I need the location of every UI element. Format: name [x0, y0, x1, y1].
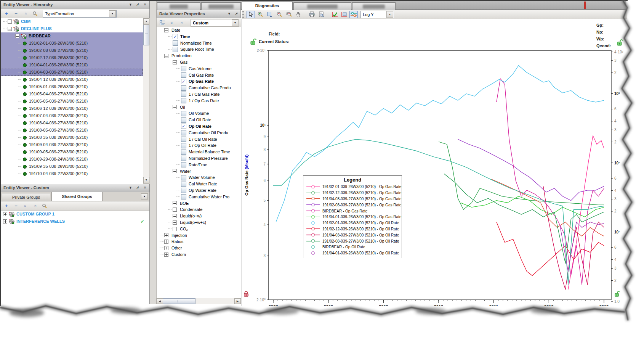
tree-well-row[interactable]: 191/05-04-039-27W3/00 (5210): [1, 90, 143, 98]
log-axis-dropdown[interactable]: Log Y▼: [360, 11, 394, 18]
dv-property-row[interactable]: Op Water Rate: [157, 187, 241, 194]
custom-group-row[interactable]: *INTERFERENCE WELLS✓: [1, 218, 149, 225]
tree-group-row[interactable]: *CBM: [1, 18, 143, 25]
collapse-icon[interactable]: [164, 28, 168, 32]
tree-well-row[interactable]: 191/08-04-039-27W3/00 (5210): [1, 119, 143, 127]
scroll-down-icon[interactable]: ▼: [143, 177, 149, 183]
checkbox-unchecked[interactable]: [181, 66, 186, 71]
tree-well-row[interactable]: 191/09-05-039-27W3/00 (5210): [1, 148, 143, 156]
collapse-icon[interactable]: [164, 54, 168, 58]
zoom-out-icon[interactable]: [275, 11, 284, 18]
layout-icon[interactable]: [158, 19, 167, 27]
scroll-left-icon[interactable]: ◀: [157, 298, 163, 304]
close-icon[interactable]: ✕: [142, 2, 148, 8]
dv-property-row[interactable]: 1 / Op Oil Rate: [157, 142, 241, 149]
tab-diagnostics[interactable]: Diagnostics: [242, 2, 293, 10]
checkbox-unchecked[interactable]: [181, 137, 186, 142]
zoom-in-icon[interactable]: [256, 11, 264, 18]
zoom-box-icon[interactable]: [266, 11, 274, 18]
search-icon[interactable]: [40, 202, 49, 210]
expand-icon[interactable]: [8, 19, 12, 24]
expand-icon[interactable]: [3, 219, 7, 224]
dv-property-row[interactable]: Cal Oil Rate: [157, 117, 241, 123]
dv-category-row[interactable]: Liquid(o+w): [157, 213, 241, 219]
checkbox-unchecked[interactable]: [181, 188, 186, 193]
checkbox-unchecked[interactable]: [181, 111, 186, 116]
dv-property-row[interactable]: Cumulative Water Pro: [157, 194, 241, 200]
expand-icon[interactable]: [164, 253, 168, 257]
checkbox-unchecked[interactable]: [181, 182, 186, 187]
checkbox-unchecked[interactable]: [181, 72, 186, 78]
chevron-down-icon[interactable]: ▼: [232, 19, 239, 26]
checkbox-unchecked[interactable]: [181, 162, 186, 167]
expand-all-icon[interactable]: »: [168, 19, 176, 27]
dv-property-row[interactable]: Normalized Pressure: [157, 155, 241, 162]
tab-redacted[interactable]: [352, 2, 396, 10]
tree-well-row[interactable]: 191/06-12-039-26W3/00 (5210): [1, 105, 143, 112]
tree-well-row[interactable]: 191/02-08-039-27W3/00 (5210): [1, 47, 143, 54]
checkbox-unchecked[interactable]: [181, 150, 186, 155]
dv-category-row[interactable]: Other: [157, 245, 241, 251]
collapse-icon[interactable]: [15, 34, 19, 38]
tree-well-row[interactable]: 191/08-05-039-27W3/00 (5210): [1, 127, 143, 134]
dv-property-row[interactable]: Time: [157, 34, 241, 40]
tree-well-row[interactable]: 191/08-35-038-26W3/00 (5210): [1, 134, 143, 141]
dv-panel-titlebar[interactable]: Data Viewer Properties ▼ 📌︎: [157, 10, 241, 18]
dv-category-row[interactable]: BOE: [157, 200, 241, 207]
hierarchy-panel-titlebar[interactable]: Entity Viewer - Hierarchy ▼ 📌︎ ✕: [1, 1, 149, 9]
chevron-down-icon[interactable]: ▼: [386, 11, 393, 18]
tree-well-row[interactable]: 191/04-03-039-27W3/00 (5210): [1, 69, 143, 76]
zoom-reset-icon[interactable]: [285, 11, 293, 18]
tree-well-row[interactable]: 191/04-12-039-26W3/00 (5210): [1, 76, 143, 83]
pin-icon[interactable]: 📌︎: [135, 185, 141, 191]
dv-property-row[interactable]: Rate/Frac: [157, 162, 241, 168]
chart-plain-icon[interactable]: [340, 11, 348, 18]
dv-property-row[interactable]: Normalized Time: [157, 40, 241, 47]
chevron-down-icon[interactable]: ▼: [128, 185, 133, 191]
dv-category-row[interactable]: CO₂: [157, 226, 241, 232]
tab-redacted[interactable]: [157, 2, 200, 10]
dv-property-row[interactable]: 1 / Op Gas Rate: [157, 98, 241, 104]
scrollbar-thumb[interactable]: [143, 25, 149, 45]
chevron-down-icon[interactable]: ▼: [109, 10, 116, 17]
expand-all-icon[interactable]: »: [22, 202, 29, 210]
close-icon[interactable]: ✕: [142, 185, 148, 191]
dv-property-row[interactable]: Op Oil Rate: [157, 123, 241, 130]
tree-well-row[interactable]: 191/09-04-039-27W3/00 (5210): [1, 141, 143, 148]
scroll-right-icon[interactable]: ▶: [234, 298, 241, 304]
print-icon[interactable]: [308, 11, 316, 18]
tab-shared-groups[interactable]: Shared Groups: [51, 192, 102, 201]
dv-category-row[interactable]: Date: [157, 27, 241, 34]
collapse-all-icon[interactable]: »: [178, 19, 185, 27]
dv-property-row[interactable]: Cal Gas Rate: [157, 72, 241, 79]
dv-property-row[interactable]: Material Balance Time: [157, 149, 241, 155]
hierarchy-filter-dropdown[interactable]: Type/Formation ▼: [43, 10, 117, 18]
tab-private-groups[interactable]: Private Groups: [2, 193, 50, 201]
toolbar-drag-handle[interactable]: [242, 11, 244, 18]
dv-property-row[interactable]: Square Root Time: [157, 46, 241, 53]
dv-category-row[interactable]: Oil: [157, 104, 241, 111]
dv-property-row[interactable]: Cal Water Rate: [157, 181, 241, 187]
pin-icon[interactable]: 📌︎: [135, 2, 141, 8]
tree-group-row[interactable]: *DECLINE PLUS: [1, 25, 143, 32]
checkbox-unchecked[interactable]: [173, 40, 178, 46]
tree-well-row[interactable]: 191/09-29-038-24W3/00 (5210): [1, 156, 143, 163]
select-cursor-icon[interactable]: [247, 11, 255, 18]
dv-property-row[interactable]: Water Volume: [157, 174, 241, 181]
remove-entity-button[interactable]: −: [12, 10, 20, 18]
dv-category-row[interactable]: Injection: [157, 232, 241, 239]
expand-icon[interactable]: [173, 220, 177, 225]
scroll-up-icon[interactable]: ▲: [143, 18, 149, 25]
checkbox-checked[interactable]: [181, 124, 186, 129]
add-group-button[interactable]: +: [2, 202, 11, 210]
expand-icon[interactable]: [164, 233, 168, 237]
add-entity-button[interactable]: +: [2, 10, 11, 18]
dv-category-row[interactable]: Gas: [157, 59, 241, 66]
groups-dropdown-icon[interactable]: ▼: [141, 193, 148, 199]
dv-category-row[interactable]: Water: [157, 168, 241, 175]
tree-well-row[interactable]: 191/10-04-039-27W3/00 (5210): [1, 170, 143, 177]
dv-property-row[interactable]: Oil Volume: [157, 110, 241, 117]
chevron-down-icon[interactable]: ▼: [128, 2, 133, 8]
dv-property-row[interactable]: Cumulative Gas Produ: [157, 85, 241, 91]
expand-icon[interactable]: [164, 246, 168, 250]
